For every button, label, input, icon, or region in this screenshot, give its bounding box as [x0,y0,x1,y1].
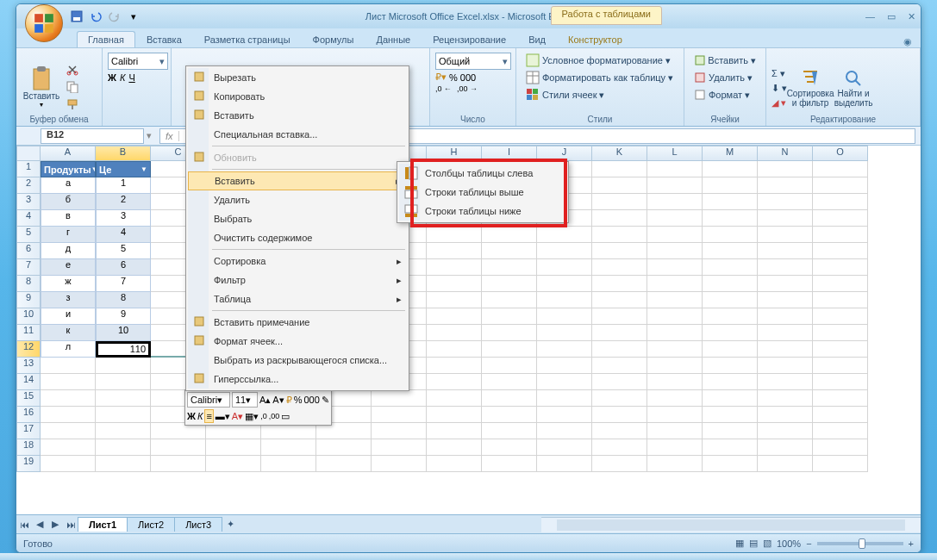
mini-inc-decimal-icon[interactable]: ,00 [269,412,280,420]
context-menu-item[interactable]: Таблица▸ [188,289,407,308]
table-cell[interactable]: 110 [96,341,151,358]
cell[interactable] [758,374,813,390]
row-header[interactable]: 6 [16,243,41,259]
find-select-button[interactable]: Найти и выделить [834,52,873,124]
cell[interactable] [758,325,813,341]
cell[interactable] [703,439,758,456]
cell[interactable] [647,374,703,390]
cell[interactable] [427,439,482,456]
cell[interactable] [813,161,868,177]
cell[interactable] [592,439,647,456]
context-menu-item[interactable]: Очистить содержимое [188,228,407,247]
cell[interactable] [758,292,813,308]
mini-comma-icon[interactable]: 000 [303,395,319,405]
number-format-combo[interactable]: Общий▾ [435,53,511,70]
tab-design[interactable]: Конструктор [557,31,634,47]
italic-button[interactable]: К [120,72,125,83]
tab-view[interactable]: Вид [517,31,557,47]
cell[interactable] [537,358,592,374]
row-header[interactable]: 5 [16,227,41,243]
mini-italic-button[interactable]: К [197,411,203,421]
cell[interactable] [427,358,482,374]
percent-icon[interactable]: % [449,72,458,83]
cell[interactable] [427,308,482,325]
conditional-format-button[interactable]: Условное форматирование▾ [522,52,678,69]
qat-dropdown-icon[interactable]: ▾ [125,8,142,25]
mini-font-color-icon[interactable]: A▾ [232,411,243,422]
cell[interactable] [96,407,151,423]
cell[interactable] [647,439,703,456]
cell[interactable] [813,194,868,210]
cell[interactable] [151,456,206,472]
cell[interactable] [41,358,96,374]
cell[interactable] [151,439,206,456]
cell[interactable] [482,259,537,276]
table-cell[interactable]: д [41,243,96,259]
paste-button[interactable]: Вставить ▾ [22,50,61,124]
row-header[interactable]: 3 [16,194,41,210]
table-cell[interactable]: ж [41,276,96,292]
decrease-decimal-icon[interactable]: ,00 → [457,84,478,93]
cell[interactable] [703,358,758,374]
cell[interactable] [427,325,482,341]
cell[interactable] [703,210,758,227]
row-header[interactable]: 13 [16,358,41,374]
cell[interactable] [813,358,868,374]
cell[interactable] [482,276,537,292]
cell[interactable] [758,439,813,456]
col-header[interactable]: A [41,146,96,161]
zoom-slider[interactable] [817,542,903,545]
cell[interactable] [647,407,703,423]
zoom-out-icon[interactable]: − [806,538,811,549]
row-header[interactable]: 8 [16,276,41,292]
cell[interactable] [592,341,647,358]
cell[interactable] [703,341,758,358]
context-menu-item[interactable]: Копировать [188,87,407,106]
cell[interactable] [758,227,813,243]
cell[interactable] [647,259,703,276]
table-cell[interactable]: б [41,194,96,210]
cell[interactable] [647,161,703,177]
cell[interactable] [647,194,703,210]
cell[interactable] [537,341,592,358]
cell[interactable] [537,390,592,407]
table-cell[interactable]: 4 [96,227,151,243]
select-all-corner[interactable] [16,146,41,161]
context-menu-item[interactable]: Выбрать из раскрывающегося списка... [188,351,407,370]
cell[interactable] [758,243,813,259]
col-header[interactable]: B [96,146,151,161]
cell[interactable] [482,407,537,423]
cell[interactable] [758,423,813,439]
format-as-table-button[interactable]: Форматировать как таблицу▾ [522,69,678,86]
context-menu-item[interactable]: Формат ячеек... [188,332,407,351]
cell[interactable] [482,227,537,243]
col-header[interactable]: I [482,146,537,161]
cell[interactable] [592,243,647,259]
cell[interactable] [316,456,372,472]
row-header[interactable]: 9 [16,292,41,308]
row-header[interactable]: 17 [16,423,41,439]
row-header[interactable]: 7 [16,259,41,276]
row-header[interactable]: 14 [16,374,41,390]
format-painter-icon[interactable] [65,96,80,112]
cell[interactable] [427,227,482,243]
cell[interactable] [592,210,647,227]
row-header[interactable]: 10 [16,308,41,325]
cell[interactable] [813,259,868,276]
cell[interactable] [703,374,758,390]
cell[interactable] [372,390,427,407]
cell[interactable] [482,341,537,358]
cell[interactable] [703,259,758,276]
row-header[interactable]: 4 [16,210,41,227]
context-menu-item[interactable]: Удалить▸ [188,190,407,209]
sheet-tab[interactable]: Лист2 [127,517,175,532]
cell[interactable] [647,456,703,472]
sheet-tab[interactable]: Лист3 [174,517,222,532]
cell[interactable] [482,423,537,439]
cell[interactable] [482,374,537,390]
col-header[interactable]: J [537,146,592,161]
cell[interactable] [813,227,868,243]
autosum-icon[interactable]: Σ ▾ [771,68,787,79]
cell[interactable] [372,423,427,439]
view-pagebreak-icon[interactable]: ▧ [763,538,771,549]
